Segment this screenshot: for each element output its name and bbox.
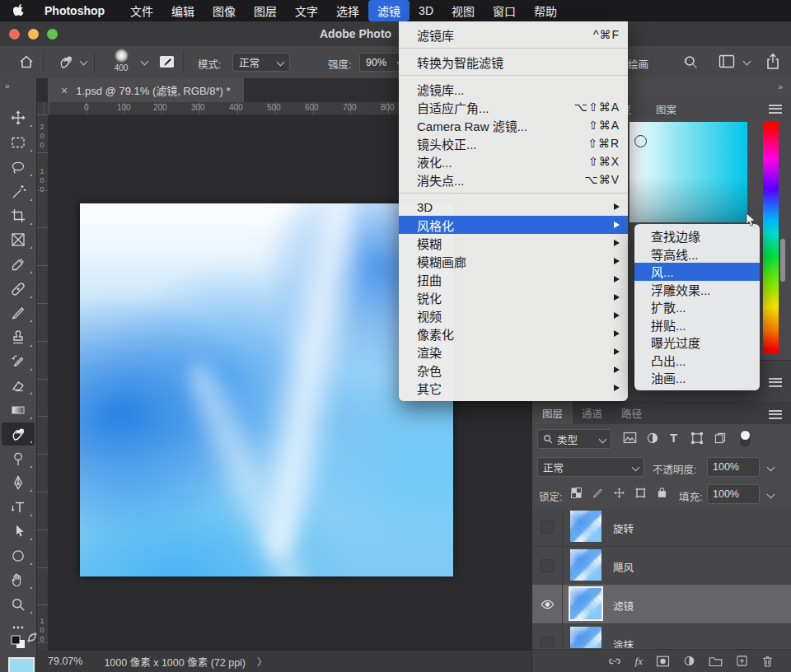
new-layer-icon[interactable] bbox=[736, 655, 748, 667]
status-chevron-icon[interactable]: 〉 bbox=[257, 655, 267, 669]
history-brush-tool[interactable] bbox=[2, 350, 35, 373]
panel-menu-icon[interactable] bbox=[769, 102, 782, 115]
frame-tool[interactable] bbox=[2, 228, 35, 251]
fill-chevron-icon[interactable] bbox=[767, 491, 775, 499]
layer-style-fx-button[interactable]: fx bbox=[635, 655, 643, 668]
layer-thumbnail-selected[interactable] bbox=[570, 588, 601, 619]
menubar-image[interactable]: 图像 bbox=[204, 0, 245, 21]
menubar-filter-active[interactable]: 滤镜 bbox=[368, 0, 410, 21]
hand-tool[interactable] bbox=[2, 568, 35, 591]
workspace-switcher-icon[interactable] bbox=[718, 54, 735, 68]
vertical-ruler[interactable]: 200 100 100 bbox=[36, 114, 49, 651]
menu-item-adaptive-wide-angle[interactable]: 自适应广角... ⌥⇧⌘A bbox=[399, 98, 628, 116]
layer-name[interactable]: 飓风 bbox=[613, 559, 634, 575]
gradient-tool[interactable] bbox=[2, 399, 35, 422]
magic-wand-tool[interactable] bbox=[2, 180, 35, 203]
new-group-folder-icon[interactable] bbox=[709, 656, 723, 667]
dodge-tool[interactable] bbox=[2, 447, 35, 470]
layer-name[interactable]: 涂抹 bbox=[613, 637, 634, 648]
filter-adjustment-icon[interactable] bbox=[646, 432, 659, 445]
toolbar-collapse-button[interactable]: » bbox=[5, 82, 11, 91]
close-window-button[interactable] bbox=[9, 29, 20, 40]
menu-item-blur-gallery[interactable]: 模糊画廊 bbox=[399, 252, 628, 270]
tab-paths[interactable]: 路径 bbox=[611, 401, 652, 424]
menu-item-filter-gallery-repeat[interactable]: 滤镜库 ^⌘F bbox=[399, 26, 628, 44]
panel-menu-icon[interactable] bbox=[769, 376, 782, 389]
foreground-color-swatch[interactable] bbox=[8, 657, 35, 672]
canvas-image[interactable] bbox=[80, 203, 453, 576]
swap-colors-icon[interactable] bbox=[26, 632, 38, 643]
layer-thumbnail[interactable] bbox=[570, 627, 601, 648]
crop-tool[interactable] bbox=[2, 204, 35, 227]
menu-item-filter-gallery[interactable]: 滤镜库... bbox=[399, 80, 628, 98]
layers-panel-menu-icon[interactable] bbox=[769, 408, 782, 421]
zoom-tool[interactable] bbox=[2, 593, 35, 616]
layer-thumbnail[interactable] bbox=[570, 549, 601, 581]
menu-item-blur[interactable]: 模糊 bbox=[399, 234, 628, 252]
menu-item-lens-correction[interactable]: 镜头校正... ⇧⌘R bbox=[399, 134, 628, 152]
blend-mode-dropdown[interactable]: 正常 bbox=[537, 457, 644, 477]
zoom-window-button[interactable] bbox=[47, 29, 58, 40]
eyedropper-tool[interactable] bbox=[2, 253, 35, 276]
layer-row-filter-selected[interactable]: 滤镜 bbox=[532, 585, 791, 624]
menu-item-3d[interactable]: 3D bbox=[399, 198, 628, 216]
path-select-tool[interactable] bbox=[2, 520, 35, 543]
layer-row-smudge-partial[interactable]: 涂抹 bbox=[532, 623, 791, 648]
brush-tool[interactable] bbox=[2, 301, 35, 324]
submenu-item-emboss[interactable]: 浮雕效果... bbox=[634, 281, 760, 299]
marquee-tool[interactable] bbox=[2, 131, 35, 154]
opacity-chevron-icon[interactable] bbox=[767, 464, 775, 472]
hue-slider[interactable] bbox=[763, 122, 779, 354]
apple-logo-icon[interactable] bbox=[13, 4, 25, 18]
submenu-item-oil-paint[interactable]: 油画... bbox=[634, 369, 760, 387]
dock-collapse-button[interactable]: » bbox=[778, 82, 784, 91]
menubar-layer[interactable]: 图层 bbox=[245, 0, 286, 21]
tab-channels[interactable]: 通道 bbox=[572, 401, 612, 424]
menubar-select[interactable]: 选择 bbox=[327, 0, 368, 21]
layer-filter-type-dropdown[interactable]: 类型 bbox=[537, 429, 611, 449]
submenu-item-find-edges[interactable]: 查找边缘 bbox=[634, 227, 760, 245]
visibility-toggle[interactable] bbox=[532, 507, 563, 546]
menu-item-liquify[interactable]: 液化... ⇧⌘X bbox=[399, 152, 628, 170]
clone-stamp-tool[interactable] bbox=[2, 326, 35, 349]
layer-mask-icon[interactable] bbox=[656, 656, 670, 667]
tab-pattern[interactable]: 图案 bbox=[656, 101, 676, 117]
visibility-toggle[interactable] bbox=[532, 623, 563, 648]
menu-item-distort[interactable]: 扭曲 bbox=[399, 270, 628, 288]
layer-thumbnail[interactable] bbox=[570, 511, 601, 542]
minimize-window-button[interactable] bbox=[28, 29, 39, 40]
brush-preset-picker[interactable]: 400 bbox=[107, 49, 135, 72]
layer-name[interactable]: 滤镜 bbox=[613, 598, 634, 614]
search-icon[interactable] bbox=[682, 54, 699, 70]
pen-tool[interactable] bbox=[2, 471, 35, 494]
lock-position-icon[interactable] bbox=[613, 487, 625, 499]
visibility-toggle[interactable] bbox=[532, 546, 563, 585]
visibility-toggle[interactable] bbox=[532, 585, 563, 623]
filter-type-text-icon[interactable]: T bbox=[670, 431, 677, 445]
layer-name[interactable]: 旋转 bbox=[613, 520, 634, 536]
brush-settings-panel-icon[interactable] bbox=[158, 54, 176, 70]
menu-item-vanishing-point[interactable]: 消失点... ⌥⌘V bbox=[399, 170, 628, 189]
tab-layers[interactable]: 图层 bbox=[532, 401, 573, 424]
home-icon[interactable] bbox=[18, 54, 35, 70]
submenu-item-tiles[interactable]: 拼贴... bbox=[634, 316, 760, 334]
eraser-tool[interactable] bbox=[2, 374, 35, 397]
lock-all-icon[interactable] bbox=[656, 486, 668, 499]
fill-field[interactable]: 100% bbox=[707, 484, 760, 504]
color-picker-field[interactable] bbox=[630, 122, 747, 222]
smudge-tool-icon[interactable] bbox=[58, 54, 74, 70]
move-tool[interactable] bbox=[2, 106, 35, 129]
lasso-tool[interactable] bbox=[2, 156, 35, 179]
smudge-tool-selected[interactable] bbox=[2, 422, 35, 446]
link-layers-icon[interactable] bbox=[607, 656, 622, 667]
submenu-item-solarize[interactable]: 曝光过度 bbox=[634, 334, 760, 352]
filter-shape-icon[interactable] bbox=[690, 432, 704, 445]
zoom-level-field[interactable]: 79.07% bbox=[48, 656, 82, 667]
menubar-window[interactable]: 窗口 bbox=[484, 0, 525, 21]
submenu-item-trace-contour[interactable]: 等高线... bbox=[634, 245, 760, 264]
menubar-edit[interactable]: 编辑 bbox=[162, 0, 204, 21]
brush-picker-chevron-icon[interactable] bbox=[141, 58, 149, 66]
menu-item-video[interactable]: 视频 bbox=[399, 306, 628, 324]
color-picker-marker[interactable] bbox=[634, 135, 647, 147]
lock-pixels-icon[interactable] bbox=[592, 487, 604, 499]
